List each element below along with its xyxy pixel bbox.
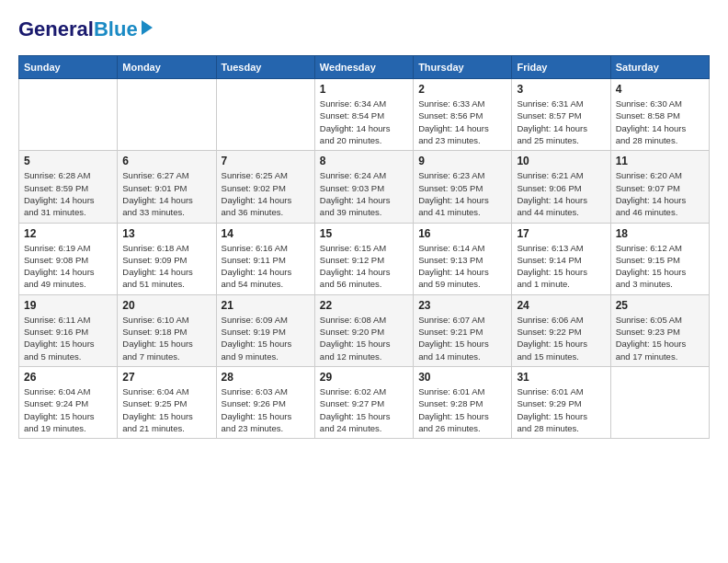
calendar-cell: 31Sunrise: 6:01 AM Sunset: 9:29 PM Dayli… [512, 366, 610, 438]
col-header-tuesday: Tuesday [216, 56, 314, 79]
calendar-cell: 4Sunrise: 6:30 AM Sunset: 8:58 PM Daylig… [610, 79, 709, 151]
day-info: Sunrise: 6:27 AM Sunset: 9:01 PM Dayligh… [122, 169, 210, 218]
day-number: 19 [24, 299, 112, 312]
day-info: Sunrise: 6:01 AM Sunset: 9:28 PM Dayligh… [418, 385, 506, 434]
calendar-cell: 8Sunrise: 6:24 AM Sunset: 9:03 PM Daylig… [314, 151, 413, 223]
page-header: GeneralBlue [18, 18, 710, 40]
calendar-cell [19, 79, 118, 151]
calendar-cell: 11Sunrise: 6:20 AM Sunset: 9:07 PM Dayli… [610, 151, 709, 223]
day-number: 30 [418, 371, 506, 384]
day-number: 7 [222, 155, 310, 167]
day-number: 29 [320, 371, 408, 384]
day-number: 3 [517, 83, 605, 96]
calendar-cell [216, 79, 314, 151]
day-number: 8 [320, 155, 408, 167]
calendar-cell: 1Sunrise: 6:34 AM Sunset: 8:54 PM Daylig… [314, 79, 413, 151]
calendar-cell: 17Sunrise: 6:13 AM Sunset: 9:14 PM Dayli… [512, 223, 610, 294]
col-header-friday: Friday [512, 56, 610, 79]
day-number: 20 [122, 299, 210, 312]
calendar-cell: 28Sunrise: 6:03 AM Sunset: 9:26 PM Dayli… [216, 366, 314, 438]
day-info: Sunrise: 6:08 AM Sunset: 9:20 PM Dayligh… [320, 314, 408, 362]
day-info: Sunrise: 6:20 AM Sunset: 9:07 PM Dayligh… [616, 169, 704, 218]
day-number: 15 [320, 227, 408, 240]
calendar-cell: 12Sunrise: 6:19 AM Sunset: 9:08 PM Dayli… [19, 223, 118, 294]
day-number: 1 [320, 83, 408, 96]
day-number: 13 [122, 227, 210, 240]
day-number: 18 [616, 227, 704, 240]
day-info: Sunrise: 6:01 AM Sunset: 9:29 PM Dayligh… [517, 385, 605, 434]
day-number: 16 [418, 227, 506, 240]
calendar-cell: 10Sunrise: 6:21 AM Sunset: 9:06 PM Dayli… [512, 151, 610, 223]
day-info: Sunrise: 6:04 AM Sunset: 9:25 PM Dayligh… [122, 385, 210, 434]
day-info: Sunrise: 6:09 AM Sunset: 9:19 PM Dayligh… [222, 314, 310, 362]
calendar-cell: 15Sunrise: 6:15 AM Sunset: 9:12 PM Dayli… [314, 223, 413, 294]
day-info: Sunrise: 6:02 AM Sunset: 9:27 PM Dayligh… [320, 385, 408, 434]
svg-marker-0 [142, 20, 153, 35]
calendar-cell: 18Sunrise: 6:12 AM Sunset: 9:15 PM Dayli… [610, 223, 709, 294]
day-info: Sunrise: 6:31 AM Sunset: 8:57 PM Dayligh… [517, 98, 605, 146]
calendar-cell: 3Sunrise: 6:31 AM Sunset: 8:57 PM Daylig… [512, 79, 610, 151]
day-info: Sunrise: 6:33 AM Sunset: 8:56 PM Dayligh… [418, 98, 506, 146]
day-info: Sunrise: 6:25 AM Sunset: 9:02 PM Dayligh… [222, 169, 310, 218]
day-info: Sunrise: 6:04 AM Sunset: 9:24 PM Dayligh… [24, 385, 112, 434]
day-number: 21 [222, 299, 310, 312]
day-number: 11 [616, 155, 704, 167]
day-number: 9 [418, 155, 506, 167]
calendar-cell: 29Sunrise: 6:02 AM Sunset: 9:27 PM Dayli… [314, 366, 413, 438]
day-number: 4 [616, 83, 704, 96]
calendar-cell: 13Sunrise: 6:18 AM Sunset: 9:09 PM Dayli… [118, 223, 216, 294]
day-info: Sunrise: 6:12 AM Sunset: 9:15 PM Dayligh… [616, 242, 704, 291]
day-number: 14 [222, 227, 310, 240]
col-header-thursday: Thursday [414, 56, 512, 79]
day-number: 26 [24, 371, 112, 384]
day-info: Sunrise: 6:21 AM Sunset: 9:06 PM Dayligh… [517, 169, 605, 218]
day-info: Sunrise: 6:23 AM Sunset: 9:05 PM Dayligh… [418, 169, 506, 218]
calendar-cell: 5Sunrise: 6:28 AM Sunset: 8:59 PM Daylig… [19, 151, 118, 223]
col-header-saturday: Saturday [610, 56, 709, 79]
day-number: 23 [418, 299, 506, 312]
day-number: 5 [24, 155, 112, 167]
calendar-cell: 2Sunrise: 6:33 AM Sunset: 8:56 PM Daylig… [414, 79, 512, 151]
logo: GeneralBlue [18, 18, 154, 40]
calendar-cell: 23Sunrise: 6:07 AM Sunset: 9:21 PM Dayli… [414, 294, 512, 366]
calendar-cell: 6Sunrise: 6:27 AM Sunset: 9:01 PM Daylig… [118, 151, 216, 223]
day-number: 17 [517, 227, 605, 240]
logo-icon [140, 18, 154, 37]
day-info: Sunrise: 6:19 AM Sunset: 9:08 PM Dayligh… [24, 242, 112, 291]
day-number: 22 [320, 299, 408, 312]
calendar-cell: 16Sunrise: 6:14 AM Sunset: 9:13 PM Dayli… [414, 223, 512, 294]
day-number: 25 [616, 299, 704, 312]
day-info: Sunrise: 6:07 AM Sunset: 9:21 PM Dayligh… [418, 314, 506, 362]
calendar-cell: 21Sunrise: 6:09 AM Sunset: 9:19 PM Dayli… [216, 294, 314, 366]
calendar-cell: 27Sunrise: 6:04 AM Sunset: 9:25 PM Dayli… [118, 366, 216, 438]
col-header-monday: Monday [118, 56, 216, 79]
logo-text: GeneralBlue [18, 18, 138, 40]
day-info: Sunrise: 6:11 AM Sunset: 9:16 PM Dayligh… [24, 314, 112, 362]
calendar-cell: 25Sunrise: 6:05 AM Sunset: 9:23 PM Dayli… [610, 294, 709, 366]
day-number: 2 [418, 83, 506, 96]
day-number: 6 [122, 155, 210, 167]
calendar-cell [118, 79, 216, 151]
day-info: Sunrise: 6:03 AM Sunset: 9:26 PM Dayligh… [222, 385, 310, 434]
day-info: Sunrise: 6:06 AM Sunset: 9:22 PM Dayligh… [517, 314, 605, 362]
day-info: Sunrise: 6:34 AM Sunset: 8:54 PM Dayligh… [320, 98, 408, 146]
day-info: Sunrise: 6:30 AM Sunset: 8:58 PM Dayligh… [616, 98, 704, 146]
day-info: Sunrise: 6:18 AM Sunset: 9:09 PM Dayligh… [122, 242, 210, 291]
calendar-cell: 14Sunrise: 6:16 AM Sunset: 9:11 PM Dayli… [216, 223, 314, 294]
day-number: 12 [24, 227, 112, 240]
day-info: Sunrise: 6:15 AM Sunset: 9:12 PM Dayligh… [320, 242, 408, 291]
col-header-sunday: Sunday [19, 56, 118, 79]
calendar-cell: 24Sunrise: 6:06 AM Sunset: 9:22 PM Dayli… [512, 294, 610, 366]
day-info: Sunrise: 6:14 AM Sunset: 9:13 PM Dayligh… [418, 242, 506, 291]
calendar-cell: 7Sunrise: 6:25 AM Sunset: 9:02 PM Daylig… [216, 151, 314, 223]
day-info: Sunrise: 6:05 AM Sunset: 9:23 PM Dayligh… [616, 314, 704, 362]
calendar-cell: 22Sunrise: 6:08 AM Sunset: 9:20 PM Dayli… [314, 294, 413, 366]
calendar-cell: 19Sunrise: 6:11 AM Sunset: 9:16 PM Dayli… [19, 294, 118, 366]
day-info: Sunrise: 6:16 AM Sunset: 9:11 PM Dayligh… [222, 242, 310, 291]
day-number: 27 [122, 371, 210, 384]
calendar-cell: 9Sunrise: 6:23 AM Sunset: 9:05 PM Daylig… [414, 151, 512, 223]
calendar-cell: 30Sunrise: 6:01 AM Sunset: 9:28 PM Dayli… [414, 366, 512, 438]
col-header-wednesday: Wednesday [314, 56, 413, 79]
day-number: 28 [222, 371, 310, 384]
day-info: Sunrise: 6:10 AM Sunset: 9:18 PM Dayligh… [122, 314, 210, 362]
